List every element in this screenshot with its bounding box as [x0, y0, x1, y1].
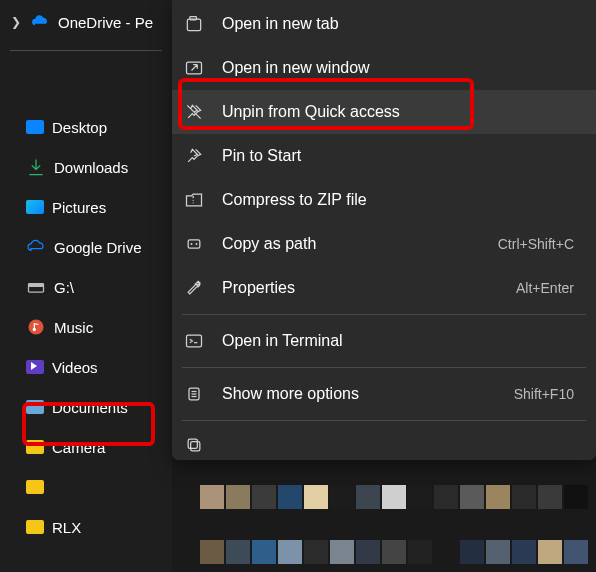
ctx-item-label: Open in new tab: [222, 15, 339, 33]
ctx-show-more-options[interactable]: Show more options Shift+F10: [172, 372, 596, 416]
tree-item-label: RLX: [52, 519, 81, 536]
context-menu: Open in new tab Open in new window Unpin…: [172, 0, 596, 460]
ctx-item-label: Copy as path: [222, 235, 316, 253]
tree-item-label: Downloads: [54, 159, 128, 176]
google-drive-icon: [26, 237, 46, 257]
svg-rect-4: [187, 19, 200, 31]
drive-icon: [26, 277, 46, 297]
downloads-icon: [26, 157, 46, 177]
ctx-open-new-tab[interactable]: Open in new tab: [172, 2, 596, 46]
tree-item-downloads[interactable]: Downloads: [0, 151, 172, 183]
pictures-icon: [26, 200, 44, 214]
open-new-tab-icon: [184, 14, 204, 34]
thumbnail-row: [200, 540, 588, 564]
tree-item-rlx[interactable]: RLX: [0, 511, 172, 543]
svg-rect-1: [29, 284, 44, 287]
folder-icon: [26, 520, 44, 534]
svg-point-9: [191, 243, 193, 245]
tree-item-documents[interactable]: Documents: [0, 391, 172, 423]
open-new-window-icon: [184, 58, 204, 78]
music-icon: [26, 317, 46, 337]
ctx-bottom-copy[interactable]: [172, 425, 596, 465]
folder-icon: [26, 480, 44, 494]
tree-item-onedrive[interactable]: ❯ OneDrive - Pe: [0, 4, 172, 40]
onedrive-icon: [30, 12, 50, 32]
tree-item-label: Google Drive: [54, 239, 142, 256]
zip-icon: [184, 190, 204, 210]
videos-icon: [26, 360, 44, 374]
ctx-item-label: Open in new window: [222, 59, 370, 77]
thumbnail-row: [200, 485, 588, 509]
tree-item-drive-g[interactable]: G:\: [0, 271, 172, 303]
svg-rect-17: [188, 439, 197, 448]
tree-item-google-drive[interactable]: Google Drive: [0, 231, 172, 263]
ctx-open-new-window[interactable]: Open in new window: [172, 46, 596, 90]
tree-item-videos[interactable]: Videos: [0, 351, 172, 383]
tree-item-music[interactable]: Music: [0, 311, 172, 343]
svg-rect-8: [188, 240, 200, 248]
ctx-unpin-quick-access[interactable]: Unpin from Quick access: [172, 90, 596, 134]
tree-item-label: Desktop: [52, 119, 107, 136]
ctx-item-label: Show more options: [222, 385, 359, 403]
ctx-item-shortcut: Shift+F10: [514, 386, 574, 402]
divider: [182, 367, 586, 368]
pin-icon: [184, 146, 204, 166]
ctx-compress-zip[interactable]: Compress to ZIP file: [172, 178, 596, 222]
ctx-item-label: Compress to ZIP file: [222, 191, 367, 209]
navigation-sidebar: ❯ OneDrive - Pe Desktop Downloads Pictur…: [0, 0, 172, 572]
svg-point-10: [196, 243, 198, 245]
desktop-icon: [26, 120, 44, 134]
documents-icon: [26, 400, 44, 414]
divider: [10, 50, 162, 51]
unpin-icon: [184, 102, 204, 122]
properties-icon: [184, 278, 204, 298]
tree-item-unnamed[interactable]: [0, 471, 172, 503]
svg-point-2: [29, 320, 44, 335]
tree-item-camera[interactable]: Camera: [0, 431, 172, 463]
ctx-item-label: Open in Terminal: [222, 332, 343, 350]
tree-item-label: G:\: [54, 279, 74, 296]
more-options-icon: [184, 384, 204, 404]
svg-rect-11: [187, 335, 202, 347]
ctx-item-label: Pin to Start: [222, 147, 301, 165]
ctx-item-label: Unpin from Quick access: [222, 103, 400, 121]
terminal-icon: [184, 331, 204, 351]
divider: [182, 314, 586, 315]
svg-point-3: [33, 328, 36, 331]
tree-item-pictures[interactable]: Pictures: [0, 191, 172, 223]
tree-item-label: Documents: [52, 399, 128, 416]
tree-item-label: Music: [54, 319, 93, 336]
copy-path-icon: [184, 234, 204, 254]
ctx-properties[interactable]: Properties Alt+Enter: [172, 266, 596, 310]
tree-item-label: Camera: [52, 439, 105, 456]
ctx-pin-to-start[interactable]: Pin to Start: [172, 134, 596, 178]
tree-item-label: Pictures: [52, 199, 106, 216]
ctx-item-shortcut: Ctrl+Shift+C: [498, 236, 574, 252]
copy-icon: [184, 435, 204, 455]
ctx-copy-as-path[interactable]: Copy as path Ctrl+Shift+C: [172, 222, 596, 266]
divider: [182, 420, 586, 421]
svg-rect-5: [190, 17, 197, 20]
tree-item-label: Videos: [52, 359, 98, 376]
svg-rect-16: [191, 442, 200, 451]
ctx-open-terminal[interactable]: Open in Terminal: [172, 319, 596, 363]
folder-icon: [26, 440, 44, 454]
tree-item-label: OneDrive - Pe: [58, 14, 153, 31]
ctx-item-shortcut: Alt+Enter: [516, 280, 574, 296]
chevron-right-icon: ❯: [10, 15, 22, 29]
ctx-item-label: Properties: [222, 279, 295, 297]
tree-item-desktop[interactable]: Desktop: [0, 111, 172, 143]
